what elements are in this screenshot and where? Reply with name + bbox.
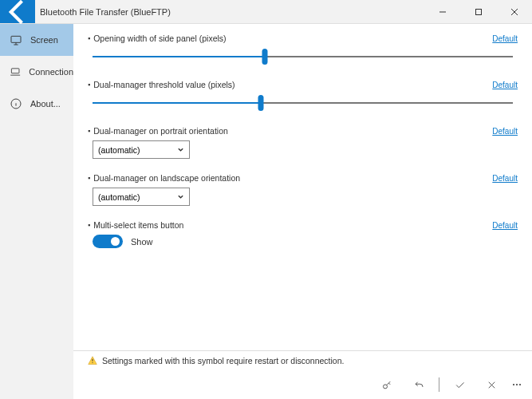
default-link[interactable]: Default	[492, 81, 518, 89]
sidebar-item-connection[interactable]: Connection	[0, 56, 73, 88]
svg-point-4	[92, 362, 93, 363]
maximize-button[interactable]	[460, 0, 496, 23]
window-controls	[424, 0, 532, 23]
toggle-multi-select[interactable]	[93, 235, 123, 248]
setting-side-panel-width: ▪Opening width of side panel (pixels) De…	[88, 34, 518, 65]
action-bar	[73, 370, 532, 399]
undo-button[interactable]	[404, 373, 434, 397]
svg-rect-0	[475, 9, 481, 14]
chevron-down-icon	[177, 193, 184, 200]
more-button[interactable]	[508, 384, 526, 385]
svg-point-5	[383, 384, 387, 388]
default-link[interactable]: Default	[492, 34, 518, 43]
warning-icon	[88, 356, 97, 365]
default-link[interactable]: Default	[492, 127, 518, 136]
default-link[interactable]: Default	[492, 174, 518, 183]
slider-dual-threshold[interactable]	[93, 94, 513, 112]
accept-button[interactable]	[444, 373, 475, 397]
dropdown-portrait[interactable]: (automatic)	[93, 140, 190, 159]
screen-icon	[10, 34, 22, 46]
sidebar-item-label: Screen	[30, 35, 58, 45]
chevron-down-icon	[177, 146, 184, 153]
key-button[interactable]	[372, 373, 402, 397]
dropdown-landscape[interactable]: (automatic)	[93, 188, 190, 206]
info-icon	[10, 97, 22, 110]
back-button[interactable]	[0, 0, 35, 23]
close-button[interactable]	[496, 0, 532, 23]
title-bar: Bluetooth File Transfer (BlueFTP)	[0, 0, 532, 24]
setting-dual-threshold: ▪Dual-manager threshold value (pixels) D…	[88, 80, 518, 112]
setting-landscape-orientation: ▪Dual-manager on landscape orientation D…	[88, 173, 518, 206]
svg-rect-1	[11, 36, 21, 42]
connection-icon	[10, 65, 21, 78]
sidebar-item-label: About...	[30, 99, 61, 109]
setting-multi-select: ▪Multi-select items button Default Show	[88, 220, 518, 248]
toggle-state-label: Show	[131, 237, 153, 247]
setting-portrait-orientation: ▪Dual-manager on portrait orientation De…	[88, 126, 518, 159]
minimize-button[interactable]	[424, 0, 460, 23]
sidebar-item-label: Connection	[29, 67, 73, 77]
separator	[439, 377, 439, 392]
warning-bar: Settings marked with this symbol require…	[73, 350, 532, 370]
svg-rect-2	[11, 69, 19, 73]
cancel-button[interactable]	[476, 373, 506, 397]
sidebar-item-about[interactable]: About...	[0, 88, 73, 120]
main-content: ▪Opening width of side panel (pixels) De…	[73, 24, 532, 399]
default-link[interactable]: Default	[492, 221, 518, 230]
window-title: Bluetooth File Transfer (BlueFTP)	[35, 7, 424, 17]
slider-side-panel-width[interactable]	[93, 48, 513, 65]
sidebar: Screen Connection About...	[0, 24, 73, 399]
sidebar-item-screen[interactable]: Screen	[0, 24, 73, 56]
